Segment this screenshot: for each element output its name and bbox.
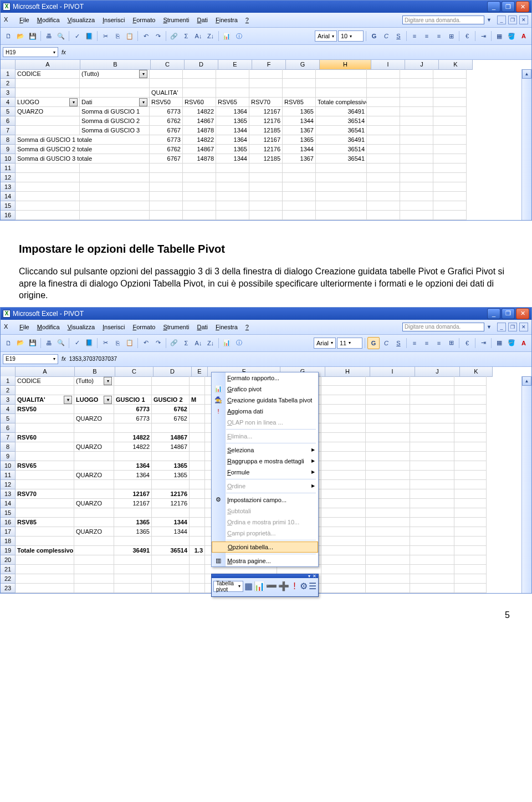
context-menu[interactable]: Formato rapporto...📊Grafico pivot🧙Creazi… bbox=[211, 372, 319, 567]
cell[interactable] bbox=[283, 88, 316, 98]
cell[interactable]: 1365 bbox=[152, 461, 190, 471]
undo-icon[interactable]: ↶ bbox=[140, 30, 151, 42]
cell[interactable]: RSV65 bbox=[216, 98, 249, 107]
cell[interactable] bbox=[367, 116, 400, 126]
cell[interactable] bbox=[150, 173, 183, 182]
font-name-box[interactable]: Arial▾ bbox=[314, 338, 336, 349]
cell[interactable] bbox=[321, 555, 366, 565]
cell[interactable] bbox=[283, 164, 316, 173]
maximize-button[interactable]: ❐ bbox=[502, 308, 515, 319]
bold-button[interactable]: G bbox=[369, 30, 380, 42]
menu-item-dati[interactable]: Dati bbox=[197, 17, 208, 23]
row-header[interactable]: 2 bbox=[1, 386, 16, 395]
cell[interactable] bbox=[249, 69, 283, 79]
cell[interactable]: Dati▾ bbox=[80, 98, 150, 107]
cell[interactable] bbox=[433, 154, 467, 164]
cell[interactable]: RSV70 bbox=[16, 489, 74, 499]
cell[interactable]: 1367 bbox=[283, 154, 316, 164]
cell[interactable]: Somma di GUSCIO 3 bbox=[80, 126, 150, 135]
cell[interactable]: 1365 bbox=[114, 527, 152, 537]
row-header[interactable]: 1 bbox=[1, 69, 16, 79]
menu-item-file[interactable]: File bbox=[19, 324, 29, 330]
field-list-icon[interactable]: ☰ bbox=[309, 581, 316, 592]
research-icon[interactable]: 📘 bbox=[84, 30, 95, 42]
cell[interactable]: 12176 bbox=[152, 489, 190, 499]
sort-desc-icon[interactable]: Z↓ bbox=[205, 338, 216, 349]
help-icon[interactable]: ⓘ bbox=[233, 338, 244, 349]
help-icon[interactable]: ⓘ bbox=[233, 30, 244, 42]
cell[interactable] bbox=[367, 164, 400, 173]
row-header[interactable]: 3 bbox=[1, 88, 16, 98]
column-header-C[interactable]: C bbox=[115, 367, 154, 377]
cell[interactable] bbox=[321, 499, 366, 508]
cell[interactable] bbox=[190, 584, 205, 593]
filter-dropdown-icon[interactable]: ▾ bbox=[104, 396, 112, 404]
cell[interactable]: 1344 bbox=[216, 126, 249, 135]
cell[interactable]: RSV65 bbox=[16, 461, 74, 471]
row-header[interactable]: 4 bbox=[1, 405, 16, 414]
cell[interactable]: 36514 bbox=[152, 546, 190, 555]
font-size-box[interactable]: 10▾ bbox=[338, 30, 364, 42]
cell[interactable] bbox=[216, 164, 249, 173]
row-header[interactable]: 5 bbox=[1, 414, 16, 423]
cell[interactable] bbox=[150, 164, 183, 173]
font-color-icon[interactable]: A bbox=[518, 30, 529, 42]
cell[interactable] bbox=[321, 480, 366, 489]
cell[interactable] bbox=[152, 555, 190, 565]
cell[interactable] bbox=[400, 98, 433, 107]
cell[interactable] bbox=[16, 471, 74, 480]
undo-icon[interactable]: ↶ bbox=[140, 338, 151, 349]
cell[interactable] bbox=[114, 508, 152, 518]
cell[interactable] bbox=[190, 574, 205, 584]
row-header[interactable]: 4 bbox=[1, 98, 16, 107]
cell[interactable]: 6762 bbox=[150, 116, 183, 126]
cell[interactable] bbox=[249, 79, 283, 88]
cell[interactable]: 1364 bbox=[114, 461, 152, 471]
menu-item-visualizza[interactable]: Visualizza bbox=[68, 324, 95, 330]
cell[interactable] bbox=[321, 433, 366, 442]
cell[interactable] bbox=[321, 423, 366, 433]
underline-button[interactable]: S bbox=[393, 338, 404, 349]
cell[interactable] bbox=[316, 88, 367, 98]
cell[interactable] bbox=[454, 480, 487, 489]
cell[interactable] bbox=[152, 452, 190, 461]
cell[interactable]: LUOGO▾ bbox=[16, 98, 80, 107]
print-icon[interactable]: 🖶 bbox=[43, 338, 54, 349]
row-header[interactable]: 7 bbox=[1, 433, 16, 442]
cell[interactable]: 1365 bbox=[283, 107, 316, 116]
paste-icon[interactable]: 📋 bbox=[124, 30, 135, 42]
cell[interactable] bbox=[400, 145, 433, 154]
font-name-box[interactable]: Arial▾ bbox=[315, 30, 337, 42]
row-header[interactable]: 6 bbox=[1, 423, 16, 433]
fill-color-icon[interactable]: 🪣 bbox=[506, 30, 517, 42]
cell[interactable] bbox=[321, 565, 366, 574]
font-color-icon[interactable]: A bbox=[518, 338, 529, 349]
cell[interactable]: 1.3 bbox=[190, 546, 205, 555]
cell[interactable] bbox=[321, 527, 366, 537]
cell[interactable] bbox=[321, 508, 366, 518]
cell[interactable] bbox=[316, 192, 367, 201]
menu-item-inserisci[interactable]: Inserisci bbox=[103, 324, 125, 330]
cell[interactable] bbox=[114, 386, 152, 395]
cell[interactable]: 1365 bbox=[114, 518, 152, 527]
filter-dropdown-icon[interactable]: ▾ bbox=[69, 98, 78, 106]
cell[interactable] bbox=[114, 480, 152, 489]
row-header[interactable]: 12 bbox=[1, 480, 16, 489]
cell[interactable] bbox=[16, 555, 74, 565]
cell[interactable] bbox=[74, 405, 114, 414]
cell[interactable] bbox=[74, 480, 114, 489]
cell[interactable] bbox=[410, 442, 454, 452]
row-header[interactable]: 14 bbox=[1, 192, 16, 201]
cell[interactable]: RSV60 bbox=[183, 98, 216, 107]
cell[interactable] bbox=[321, 546, 366, 555]
italic-button[interactable]: C bbox=[381, 30, 392, 42]
cell[interactable] bbox=[454, 461, 487, 471]
cell[interactable]: Somma di GUSCIO 2 totale bbox=[16, 145, 150, 154]
menu-item[interactable]: Raggruppa e mostra dettagli▶ bbox=[212, 456, 318, 467]
indent-icon[interactable]: ⇥ bbox=[478, 30, 489, 42]
cell[interactable] bbox=[321, 452, 366, 461]
cell[interactable]: RSV50 bbox=[16, 405, 74, 414]
cell[interactable] bbox=[216, 201, 249, 211]
menu-item[interactable]: 🧙Creazione guidata Tabella pivot bbox=[212, 395, 318, 406]
cell[interactable] bbox=[410, 489, 454, 499]
